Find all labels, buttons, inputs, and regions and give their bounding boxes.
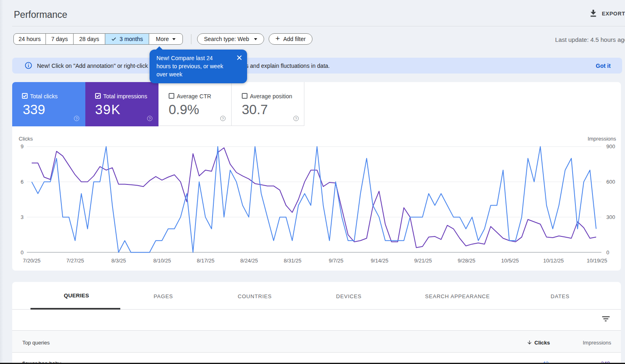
svg-text:10/5/25: 10/5/25 <box>501 258 519 264</box>
svg-text:600: 600 <box>606 179 615 185</box>
svg-text:300: 300 <box>606 214 615 220</box>
svg-text:9/7/25: 9/7/25 <box>329 258 343 264</box>
svg-text:9: 9 <box>21 143 24 150</box>
svg-text:10/12/25: 10/12/25 <box>543 258 564 264</box>
svg-text:7/27/25: 7/27/25 <box>66 258 84 264</box>
svg-text:0: 0 <box>21 249 24 256</box>
svg-text:8/3/25: 8/3/25 <box>111 258 126 264</box>
svg-text:Impressions: Impressions <box>588 136 616 142</box>
svg-text:8/17/25: 8/17/25 <box>197 258 214 264</box>
svg-text:900: 900 <box>606 143 615 150</box>
svg-text:Clicks: Clicks <box>19 136 33 142</box>
svg-text:0: 0 <box>606 249 609 256</box>
svg-text:8/31/25: 8/31/25 <box>284 258 301 264</box>
svg-text:9/14/25: 9/14/25 <box>371 258 388 264</box>
svg-text:8/10/25: 8/10/25 <box>153 258 171 264</box>
svg-text:9/28/25: 9/28/25 <box>458 258 475 264</box>
svg-text:7/20/25: 7/20/25 <box>23 258 40 264</box>
svg-text:9/21/25: 9/21/25 <box>414 258 432 264</box>
svg-text:6: 6 <box>21 179 24 185</box>
svg-text:8/24/25: 8/24/25 <box>240 258 258 264</box>
svg-text:3: 3 <box>21 214 24 220</box>
svg-text:10/19/25: 10/19/25 <box>587 258 608 264</box>
